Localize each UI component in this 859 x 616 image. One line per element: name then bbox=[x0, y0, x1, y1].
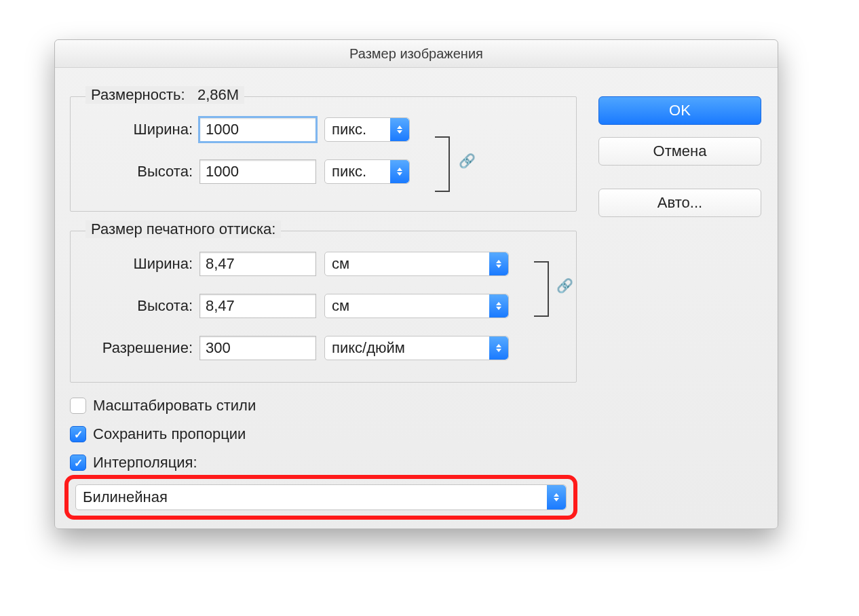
doc-width-label: Ширина: bbox=[71, 255, 193, 273]
dialog-title: Размер изображения bbox=[55, 40, 778, 68]
ok-button[interactable]: OK bbox=[598, 96, 761, 125]
cancel-button-label: Отмена bbox=[653, 142, 707, 160]
doc-height-label: Высота: bbox=[71, 297, 193, 315]
doc-width-unit-value: см bbox=[332, 255, 349, 273]
pixel-width-unit-value: пикс. bbox=[332, 121, 366, 138]
resample-label: Интерполяция: bbox=[93, 454, 197, 471]
pixel-height-unit-select[interactable]: пикс. bbox=[324, 159, 410, 184]
auto-button-label: Авто... bbox=[657, 194, 702, 212]
constrain-proportions-checkbox[interactable] bbox=[70, 426, 86, 442]
pixel-dimensions-legend: Размерность: 2,86M bbox=[85, 86, 244, 104]
resolution-unit-select[interactable]: пикс/дюйм bbox=[324, 336, 509, 360]
constrain-bracket bbox=[435, 136, 450, 192]
cancel-button[interactable]: Отмена bbox=[598, 137, 761, 166]
doc-height-unit-value: см bbox=[332, 297, 349, 315]
scale-styles-label: Масштабировать стили bbox=[93, 397, 256, 415]
chevron-updown-icon bbox=[390, 118, 409, 141]
resample-checkbox[interactable] bbox=[70, 455, 86, 471]
resolution-unit-value: пикс/дюйм bbox=[332, 339, 405, 357]
doc-width-input[interactable] bbox=[199, 252, 316, 276]
interpolation-value: Билинейная bbox=[83, 488, 168, 506]
link-icon: 🔗 bbox=[459, 153, 476, 169]
chevron-updown-icon bbox=[390, 160, 409, 183]
doc-height-unit-select[interactable]: см bbox=[324, 294, 509, 318]
resolution-input[interactable] bbox=[199, 336, 316, 360]
document-size-group: Размер печатного оттиска: Ширина: см Выс… bbox=[70, 231, 577, 383]
pixel-dimensions-size: 2,86M bbox=[197, 86, 239, 103]
image-size-dialog: Размер изображения Размерность: 2,86M Ши… bbox=[54, 39, 778, 529]
pixel-height-input[interactable] bbox=[199, 159, 316, 184]
pixel-dimensions-group: Размерность: 2,86M Ширина: пикс. Высота: bbox=[70, 96, 577, 212]
chevron-updown-icon bbox=[547, 485, 566, 509]
document-size-legend: Размер печатного оттиска: bbox=[85, 220, 281, 238]
pixel-height-label: Высота: bbox=[71, 163, 193, 180]
pixel-dimensions-label: Размерность: bbox=[91, 86, 185, 103]
constrain-bracket bbox=[534, 261, 549, 317]
constrain-proportions-label: Сохранить пропорции bbox=[93, 425, 246, 443]
pixel-height-unit-value: пикс. bbox=[332, 163, 366, 180]
scale-styles-checkbox[interactable] bbox=[70, 398, 86, 414]
link-icon: 🔗 bbox=[556, 277, 573, 294]
ok-button-label: OK bbox=[669, 102, 691, 119]
chevron-updown-icon bbox=[489, 252, 508, 275]
doc-width-unit-select[interactable]: см bbox=[324, 252, 509, 276]
chevron-updown-icon bbox=[489, 294, 508, 317]
pixel-width-label: Ширина: bbox=[71, 121, 193, 138]
auto-button[interactable]: Авто... bbox=[598, 189, 761, 217]
chevron-updown-icon bbox=[489, 336, 508, 360]
doc-height-input[interactable] bbox=[199, 294, 316, 318]
resolution-label: Разрешение: bbox=[71, 339, 193, 357]
interpolation-select[interactable]: Билинейная bbox=[75, 484, 567, 510]
pixel-width-input[interactable] bbox=[199, 117, 316, 142]
pixel-width-unit-select[interactable]: пикс. bbox=[324, 117, 410, 142]
